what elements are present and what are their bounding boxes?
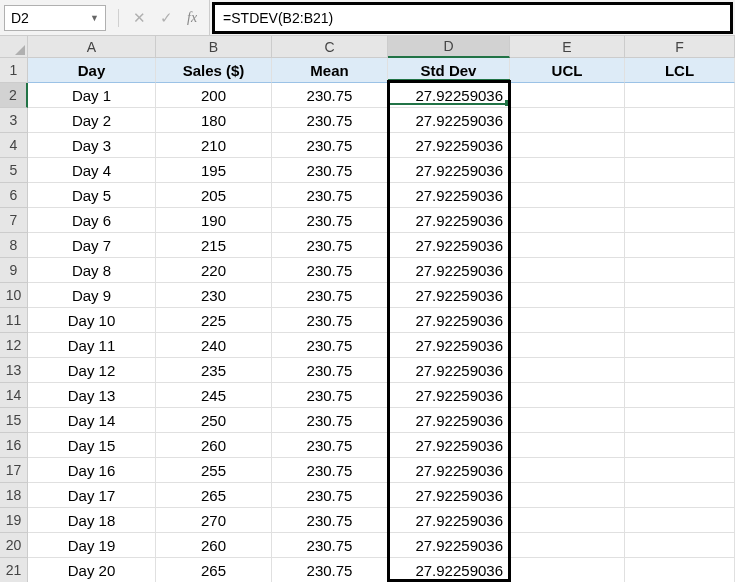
cell[interactable]	[625, 383, 735, 408]
cell[interactable]: 240	[156, 333, 272, 358]
row-header[interactable]: 19	[0, 508, 28, 533]
cell[interactable]	[625, 258, 735, 283]
cell[interactable]: Day 11	[28, 333, 156, 358]
row-header[interactable]: 17	[0, 458, 28, 483]
select-all-button[interactable]	[0, 36, 28, 58]
cell[interactable]	[625, 183, 735, 208]
cell[interactable]: Day 10	[28, 308, 156, 333]
cell[interactable]: 235	[156, 358, 272, 383]
cell[interactable]: 27.92259036	[388, 158, 510, 183]
cell[interactable]: 230.75	[272, 383, 388, 408]
header-cell[interactable]: Day	[28, 58, 156, 83]
cell[interactable]	[510, 358, 625, 383]
cell[interactable]: Day 8	[28, 258, 156, 283]
cell[interactable]	[510, 233, 625, 258]
cancel-icon[interactable]: ✕	[133, 9, 146, 27]
cell[interactable]	[625, 458, 735, 483]
cell[interactable]: 260	[156, 433, 272, 458]
cell[interactable]	[625, 283, 735, 308]
cell[interactable]	[510, 308, 625, 333]
cell[interactable]: Day 16	[28, 458, 156, 483]
cell[interactable]: 27.92259036	[388, 483, 510, 508]
cell[interactable]: 250	[156, 408, 272, 433]
row-header[interactable]: 13	[0, 358, 28, 383]
cell[interactable]: 27.92259036	[388, 283, 510, 308]
fx-icon[interactable]: fx	[187, 10, 197, 26]
formula-input[interactable]: =STDEV(B2:B21)	[212, 2, 733, 34]
cell[interactable]	[625, 483, 735, 508]
cell[interactable]	[625, 108, 735, 133]
cell[interactable]: 230.75	[272, 208, 388, 233]
cell[interactable]: 225	[156, 308, 272, 333]
cell[interactable]: Day 12	[28, 358, 156, 383]
row-header[interactable]: 3	[0, 108, 28, 133]
row-header[interactable]: 1	[0, 58, 28, 83]
cell[interactable]: 230.75	[272, 133, 388, 158]
cell[interactable]: 27.92259036	[388, 258, 510, 283]
cell[interactable]: 190	[156, 208, 272, 233]
cell[interactable]: 230.75	[272, 508, 388, 533]
cell[interactable]: 220	[156, 258, 272, 283]
cell[interactable]	[510, 133, 625, 158]
cell[interactable]	[510, 383, 625, 408]
cell[interactable]: 270	[156, 508, 272, 533]
cell[interactable]: 230.75	[272, 83, 388, 108]
cell[interactable]: 27.92259036	[388, 233, 510, 258]
cell[interactable]: Day 6	[28, 208, 156, 233]
cell[interactable]: 215	[156, 233, 272, 258]
cell[interactable]	[510, 558, 625, 582]
cell[interactable]: Day 4	[28, 158, 156, 183]
cell[interactable]: 230.75	[272, 233, 388, 258]
cell[interactable]: 230.75	[272, 158, 388, 183]
row-header[interactable]: 8	[0, 233, 28, 258]
cell[interactable]: 27.92259036	[388, 508, 510, 533]
col-header-F[interactable]: F	[625, 36, 735, 58]
cell[interactable]	[625, 158, 735, 183]
row-header[interactable]: 10	[0, 283, 28, 308]
row-header[interactable]: 18	[0, 483, 28, 508]
cell[interactable]	[625, 333, 735, 358]
header-cell[interactable]: Mean	[272, 58, 388, 83]
cell[interactable]: 27.92259036	[388, 433, 510, 458]
cell[interactable]: 230.75	[272, 558, 388, 582]
cell[interactable]	[510, 83, 625, 108]
cell[interactable]: 265	[156, 558, 272, 582]
cell[interactable]: 230.75	[272, 283, 388, 308]
cell[interactable]: 200	[156, 83, 272, 108]
cell[interactable]: 230.75	[272, 258, 388, 283]
cell[interactable]: 245	[156, 383, 272, 408]
cell[interactable]: Day 20	[28, 558, 156, 582]
spreadsheet-grid[interactable]: A B C D E F 1DaySales ($)MeanStd DevUCLL…	[0, 36, 735, 582]
cell[interactable]: 230.75	[272, 308, 388, 333]
col-header-A[interactable]: A	[28, 36, 156, 58]
row-header[interactable]: 6	[0, 183, 28, 208]
cell[interactable]	[625, 233, 735, 258]
row-header[interactable]: 9	[0, 258, 28, 283]
cell[interactable]: Day 13	[28, 383, 156, 408]
cell[interactable]	[510, 333, 625, 358]
header-cell[interactable]: LCL	[625, 58, 735, 83]
cell[interactable]: 27.92259036	[388, 133, 510, 158]
row-header[interactable]: 14	[0, 383, 28, 408]
cell[interactable]: Day 15	[28, 433, 156, 458]
cell[interactable]	[625, 133, 735, 158]
cell[interactable]: Day 14	[28, 408, 156, 433]
cell[interactable]: 27.92259036	[388, 408, 510, 433]
cell[interactable]	[510, 158, 625, 183]
chevron-down-icon[interactable]: ▼	[90, 13, 99, 23]
cell[interactable]	[510, 208, 625, 233]
cell[interactable]	[510, 408, 625, 433]
cell[interactable]	[625, 558, 735, 582]
cell[interactable]: Day 19	[28, 533, 156, 558]
cell[interactable]: 195	[156, 158, 272, 183]
cell[interactable]	[510, 433, 625, 458]
row-header[interactable]: 21	[0, 558, 28, 582]
cell[interactable]: Day 18	[28, 508, 156, 533]
cell[interactable]	[510, 183, 625, 208]
cell[interactable]: 230.75	[272, 483, 388, 508]
cell[interactable]: 230.75	[272, 108, 388, 133]
cell[interactable]	[625, 208, 735, 233]
cell[interactable]: Day 7	[28, 233, 156, 258]
cell[interactable]: 230.75	[272, 458, 388, 483]
cell[interactable]: 230.75	[272, 433, 388, 458]
